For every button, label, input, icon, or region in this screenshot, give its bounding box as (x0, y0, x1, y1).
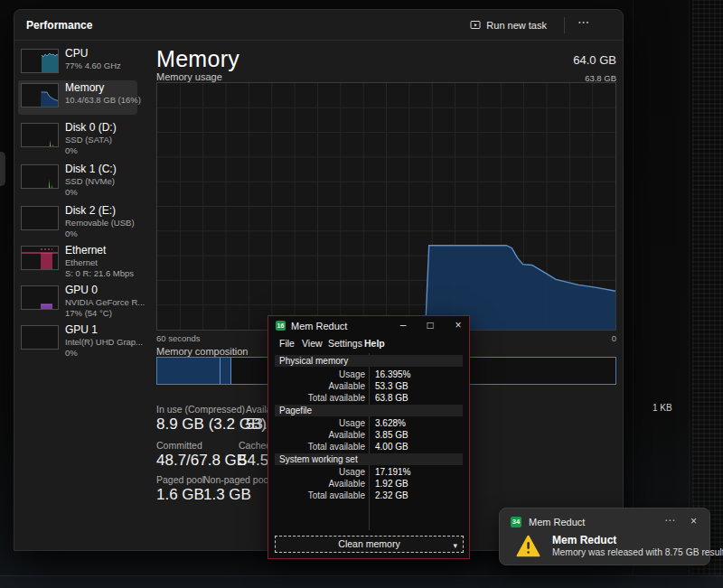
toast-more-button[interactable]: ⋯ (664, 514, 675, 527)
mem-reduct-title: Mem Reduct (291, 321, 347, 331)
task-manager-titlebar[interactable]: Performance Run new task ⋯ (14, 10, 623, 41)
column-divider (369, 353, 370, 530)
row-label: Total available (275, 442, 365, 452)
section-system-working-set: System working set (275, 453, 463, 465)
sidebar-item-value: 17% (54 °C) (65, 308, 112, 318)
mem-reduct-titlebar[interactable]: 16 Mem Reduct – □ × (268, 316, 469, 335)
sidebar-item-gpu1[interactable]: GPU 1 Intel(R) UHD Grap... 0% (18, 322, 137, 362)
row-label: Available (275, 381, 365, 391)
page-title: Performance (26, 19, 92, 32)
sidebar-item-detail: 10.4/63.8 GB (16%) (65, 95, 141, 105)
stat-value-paged-pool: 1.6 GB (156, 486, 204, 504)
sidebar-item-disk2[interactable]: Disk 2 (E:) Removable (USB) 0% (18, 203, 137, 243)
memory-composition-label: Memory composition (156, 346, 248, 357)
mem-reduct-menubar: File View Settings Help (268, 335, 469, 351)
sidebar-item-memory[interactable]: Memory 10.4/63.8 GB (16%) (18, 80, 137, 115)
row-value: 3.628% (375, 418, 406, 428)
sidebar-item-label: Ethernet (65, 244, 106, 257)
row-label: Available (275, 479, 365, 489)
disk1-mini-graph (21, 164, 59, 189)
stat-label-committed: Committed (156, 440, 202, 451)
disk2-mini-graph (21, 206, 59, 230)
run-new-task-icon (470, 20, 481, 31)
composition-segment-modified (221, 358, 231, 384)
row-label: Total available (275, 393, 365, 403)
sidebar-item-value: 0% (65, 145, 78, 155)
menu-help[interactable]: Help (364, 338, 385, 349)
row-value: 2.32 GB (375, 490, 408, 500)
clean-memory-button[interactable]: Clean memory ▾ (275, 536, 464, 553)
menu-file[interactable]: File (279, 338, 295, 349)
sidebar-item-gpu0[interactable]: GPU 0 NVIDIA GeForce R... 17% (54 °C) (18, 283, 137, 322)
row-value: 53.3 GB (375, 381, 408, 391)
row-label: Total available (275, 490, 365, 500)
sidebar-item-detail: 77% 4.60 GHz (65, 61, 121, 70)
background-widget-tab (0, 152, 5, 186)
run-new-task-label: Run new task (486, 20, 547, 31)
memory-usage-graph (156, 82, 616, 331)
sidebar-item-disk0[interactable]: Disk 0 (D:) SSD (SATA) 0% (18, 120, 137, 160)
run-new-task-button[interactable]: Run new task (465, 15, 552, 35)
clean-memory-label: Clean memory (338, 538, 399, 549)
section-physical-memory: Physical memory (275, 355, 463, 367)
background-scale-label: 1 KB (653, 403, 672, 413)
menu-settings[interactable]: Settings (328, 338, 362, 349)
mem-reduct-tray-icon: 34 (511, 517, 521, 527)
disk0-mini-graph (21, 123, 59, 147)
row-value: 1.92 GB (375, 479, 408, 489)
row-label: Available (275, 430, 365, 440)
background-window-edge (633, 0, 634, 588)
toast-app-name: Mem Reduct (529, 517, 585, 527)
mem-reduct-app-icon: 16 (276, 321, 286, 331)
stat-label-cached: Cached (239, 440, 271, 451)
more-options-button[interactable]: ⋯ (577, 15, 590, 29)
row-value: 17.191% (375, 467, 410, 477)
maximize-button[interactable]: □ (424, 319, 437, 331)
toast-close-icon[interactable]: × (690, 515, 697, 527)
stat-value-committed: 48.7/67.8 GB (156, 452, 247, 470)
background-window-edge (689, 0, 690, 588)
sidebar-item-value: 0% (65, 348, 78, 358)
sidebar-item-detail: SSD (SATA) (65, 135, 112, 145)
section-pagefile: Pagefile (275, 405, 463, 416)
sidebar-item-label: Memory (65, 81, 104, 94)
row-label: Usage (275, 418, 365, 428)
ethernet-mini-graph (21, 246, 59, 270)
row-value: 4.00 GB (375, 442, 408, 452)
stat-label-paged-pool: Paged pool (156, 474, 204, 485)
row-label: Usage (275, 369, 365, 379)
sidebar-item-label: Disk 0 (D:) (65, 121, 117, 134)
gpu1-mini-graph (21, 325, 59, 350)
stat-label-non-paged-pool: Non-paged pool (203, 474, 271, 485)
chevron-down-icon[interactable]: ▾ (453, 538, 457, 554)
row-value: 3.85 GB (375, 430, 408, 440)
row-value: 16.395% (375, 369, 410, 379)
row-label: Usage (275, 467, 365, 477)
sidebar-item-label: Disk 2 (E:) (65, 204, 116, 217)
sidebar-item-detail: Ethernet (65, 257, 98, 267)
stat-label-in-use: In use (Compressed) (156, 404, 245, 415)
sidebar-item-label: GPU 1 (65, 323, 98, 336)
close-button[interactable]: × (452, 319, 465, 331)
warning-icon (516, 535, 540, 561)
sidebar-item-ethernet[interactable]: Ethernet Ethernet S: 0 R: 21.6 Mbps (18, 243, 137, 283)
sidebar-item-detail: NVIDIA GeForce R... (65, 297, 145, 307)
toast-message: Memory was released with 8.75 GB result. (552, 547, 723, 557)
sidebar-item-value: 0% (65, 187, 78, 197)
sidebar-item-detail: Removable (USB) (65, 218, 135, 228)
row-value: 63.8 GB (375, 393, 408, 403)
gpu0-mini-graph (21, 285, 59, 310)
notification-toast[interactable]: 34 Mem Reduct ⋯ × Mem Reduct Memory was … (499, 508, 710, 565)
sidebar-item-cpu[interactable]: CPU 77% 4.60 GHz (18, 46, 137, 79)
sidebar-item-disk1[interactable]: Disk 1 (C:) SSD (NVMe) 0% (18, 162, 137, 201)
minimize-button[interactable]: – (397, 319, 409, 331)
sidebar-item-label: Disk 1 (C:) (65, 163, 117, 175)
taskbar-edge (0, 575, 723, 588)
memory-mini-graph (21, 83, 59, 107)
sidebar-item-value: 0% (65, 229, 78, 238)
wallpaper-dither-strip (692, 0, 723, 588)
memory-total-capacity: 64.0 GB (156, 53, 616, 67)
sidebar-item-value: S: 0 R: 21.6 Mbps (65, 268, 134, 278)
mem-reduct-window: 16 Mem Reduct – □ × File View Settings H… (268, 315, 470, 559)
menu-view[interactable]: View (302, 338, 323, 349)
